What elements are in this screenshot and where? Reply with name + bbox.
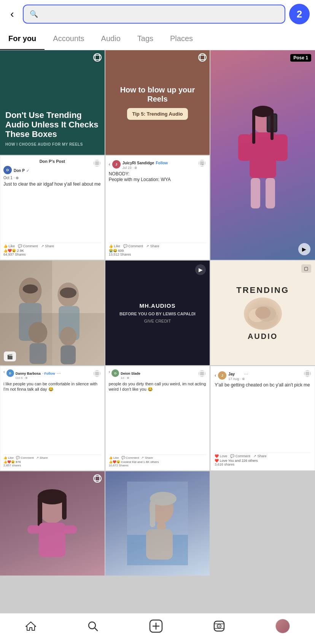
fb-comment[interactable]: 💬 Comment: [123, 244, 143, 248]
svg-rect-6: [251, 178, 260, 208]
notification-badge[interactable]: 2: [289, 4, 310, 24]
fb-share[interactable]: ↗ Share: [146, 244, 159, 248]
multi-select-button[interactable]: [93, 53, 102, 62]
tab-tags[interactable]: Tags: [129, 28, 162, 50]
fb-actions: ❤️ Love 💬 Comment ↗ Share: [215, 453, 311, 458]
back-button[interactable]: ‹: [5, 8, 19, 20]
woman-crying-silhouette: [22, 482, 83, 565]
fb-shares: 3,616 shares: [215, 463, 311, 466]
tab-audio[interactable]: Audio: [93, 28, 129, 50]
tab-for-you[interactable]: For you: [0, 28, 45, 50]
fb-user-row: D Don P ✓: [3, 166, 101, 174]
reel-play-icon[interactable]: ▶: [195, 264, 206, 275]
fb-avatar: D: [6, 369, 14, 377]
svg-rect-7: [266, 178, 275, 208]
result-card-6[interactable]: 🎬: [0, 261, 105, 365]
result-card-2[interactable]: How to blow up your Reels Tip 5: Trendin…: [105, 50, 210, 155]
fb-avatar: J: [218, 371, 226, 380]
nav-profile[interactable]: [275, 619, 290, 633]
multi-select-button[interactable]: [198, 53, 207, 62]
search-icon: 🔍: [30, 10, 38, 18]
result-card-4[interactable]: Don P's Post D Don P ✓ Oct 1 · ⊕ Just to…: [0, 156, 105, 260]
multi-select-button[interactable]: [93, 369, 101, 378]
fb-post-text: i like people you can be comfortable in …: [3, 381, 101, 453]
fb-avatar: D: [111, 369, 119, 377]
fb-shares: 2,857 shares: [3, 464, 101, 467]
search-bar[interactable]: 🔍 trending audio: [23, 5, 285, 24]
fb-reactions: 👍❤️😮 2.9K: [3, 249, 101, 253]
fb-reactions: ❤️ Love You and 226 others: [215, 459, 311, 463]
fb-love[interactable]: ❤️ Love: [215, 454, 227, 458]
multi-select-button[interactable]: [93, 159, 101, 167]
back-arrow: ‹: [3, 369, 5, 374]
fb-reactions: 👍❤️😮 878: [3, 460, 101, 464]
fb-share[interactable]: ↗ Share: [141, 456, 153, 460]
result-card-9[interactable]: ‹ D Danny Barbosa · Follow ··· Oct 6 · ⊕…: [0, 366, 105, 471]
result-card-12[interactable]: [0, 471, 105, 576]
svg-rect-10: [270, 110, 274, 140]
reel-icon[interactable]: 🎬: [4, 351, 16, 361]
fb-comment[interactable]: 💬 Comment: [16, 456, 34, 460]
fb-comment[interactable]: 💬 Comment: [230, 454, 250, 458]
result-card-7[interactable]: ▶ MH.AUDIOS BEFORE YOU GO BY LEWIS CAPAL…: [105, 261, 210, 365]
card1-title: Don't Use Trending Audio Unless It Check…: [5, 110, 99, 139]
result-card-5[interactable]: ‹ J JuicyRi Sandidge Follow Jul 23 · ⊕ ·…: [105, 156, 210, 260]
fb-comment[interactable]: 💬 Comment: [121, 456, 139, 460]
result-card-13[interactable]: [105, 471, 210, 576]
fb-like[interactable]: 👍 Like: [109, 456, 119, 460]
fb-reactions: 😭😂 609: [109, 249, 207, 253]
fb-share[interactable]: ↗ Share: [41, 244, 54, 248]
reels-icon: [213, 620, 225, 632]
card2-title: How to blow up your Reels: [111, 85, 205, 103]
fb-comment[interactable]: 💬 Comment: [18, 244, 38, 248]
fb-share[interactable]: ↗ Share: [36, 456, 48, 460]
trending-title: TRENDING: [236, 285, 289, 295]
music-credit: GIVE CREDIT: [144, 319, 171, 323]
cloud-oval: [244, 297, 282, 330]
search-input[interactable]: trending audio: [42, 9, 278, 19]
video-play-icon[interactable]: ▶: [298, 243, 310, 255]
fb-post-text: NOBODY: People with my Location: WYA: [109, 171, 207, 242]
tab-places[interactable]: Places: [162, 28, 201, 50]
profile-avatar[interactable]: [275, 619, 290, 633]
svg-rect-29: [39, 523, 65, 557]
pose-badge: Pose 1: [290, 54, 311, 62]
fb-date: 1d · ⊕: [121, 376, 140, 380]
fb-date: Oct 1 · ⊕: [3, 176, 101, 180]
fb-share[interactable]: ↗ Share: [253, 454, 267, 458]
result-card-10[interactable]: ‹ D Deion Slade 1d · ⊕ people do you dir…: [105, 366, 210, 471]
multi-select-icon[interactable]: ▢: [301, 264, 311, 273]
options-icon[interactable]: ···: [244, 371, 248, 377]
svg-line-40: [95, 628, 97, 631]
nav-reels[interactable]: [213, 620, 225, 632]
fb-like[interactable]: 👍 Like: [109, 244, 120, 248]
fb-username: Danny Barbosa: [16, 372, 41, 375]
tab-accounts[interactable]: Accounts: [45, 28, 92, 50]
result-card-1[interactable]: Don't Use Trending Audio Unless It Check…: [0, 50, 105, 155]
fb-follow[interactable]: Follow: [156, 161, 168, 165]
multi-select-button[interactable]: [93, 474, 102, 483]
fb-avatar: J: [112, 160, 121, 169]
fb-date: 17 Aug · ⊕: [228, 377, 248, 381]
multi-select-button[interactable]: [198, 159, 206, 167]
card1-subtitle: HOW I CHOOSE AUDIO FOR MY REELS: [5, 142, 99, 146]
svg-point-19: [60, 327, 76, 346]
music-brand: MH.AUDIOS: [140, 302, 176, 309]
nav-home[interactable]: [25, 620, 37, 632]
nav-create[interactable]: [149, 619, 163, 633]
result-card-3[interactable]: Pose 1 ▶: [210, 50, 315, 260]
svg-rect-20: [60, 345, 76, 364]
fb-like[interactable]: 👍 Like: [3, 456, 14, 460]
fb-follow[interactable]: · Follow: [42, 372, 55, 375]
fb-username: Jay: [228, 372, 235, 376]
search-tabs: For you Accounts Audio Tags Places: [0, 28, 315, 50]
nav-search[interactable]: [87, 620, 99, 632]
result-card-8[interactable]: ▢ TRENDING AUDIO: [210, 261, 315, 365]
fb-like[interactable]: 👍 Like: [3, 244, 15, 248]
home-icon: [25, 620, 37, 632]
fb-reactions: 👍❤️😮 Coolest Kid and 1.6K others: [109, 460, 207, 464]
result-card-11[interactable]: ‹ J Jay ··· 17 Aug · ⊕ Y'all be getting …: [210, 366, 315, 471]
svg-rect-30: [27, 525, 41, 534]
multi-select-button[interactable]: [303, 369, 312, 378]
options-icon[interactable]: ···: [57, 370, 61, 376]
